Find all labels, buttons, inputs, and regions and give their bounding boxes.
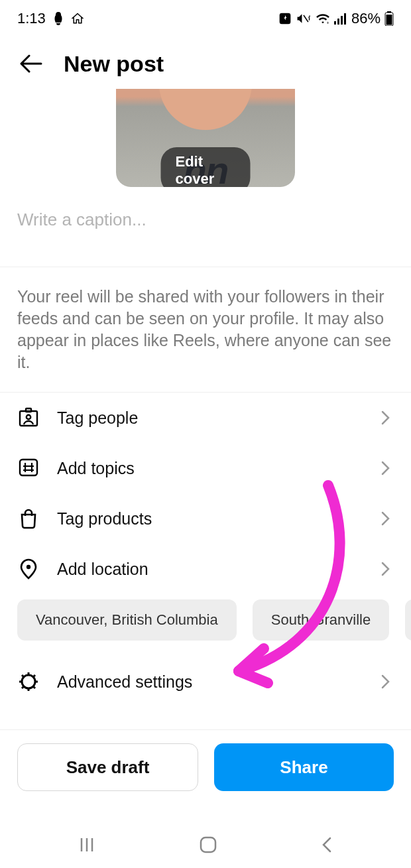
option-label: Tag products	[57, 509, 361, 528]
save-draft-button[interactable]: Save draft	[17, 743, 198, 791]
chevron-right-icon	[378, 460, 394, 476]
option-label: Add location	[57, 560, 361, 579]
svg-rect-26	[201, 837, 215, 852]
svg-rect-9	[386, 15, 392, 25]
wifi-icon: +	[316, 13, 330, 25]
status-time: 1:13	[17, 10, 46, 27]
svg-rect-6	[344, 13, 346, 25]
nav-back[interactable]	[320, 836, 333, 857]
share-button[interactable]: Share	[214, 743, 394, 791]
cover-preview[interactable]: hn Edit cover	[0, 89, 411, 187]
gear-icon	[17, 670, 40, 693]
option-label: Advanced settings	[57, 672, 361, 692]
svg-point-11	[27, 415, 30, 419]
svg-rect-12	[20, 460, 37, 475]
location-suggestions: Vancouver, British Columbia South Granvi…	[0, 594, 411, 650]
advanced-settings-option[interactable]: Advanced settings	[0, 656, 411, 707]
nav-home[interactable]	[198, 835, 218, 857]
svg-rect-5	[341, 16, 343, 25]
recycle-icon	[278, 12, 292, 25]
footer-actions: Save draft Share	[0, 730, 411, 804]
mute-vibrate-icon	[296, 12, 312, 25]
status-app-icon	[52, 12, 64, 25]
battery-icon	[384, 11, 394, 26]
status-bar: 1:13 + 86%	[0, 0, 411, 37]
svg-rect-3	[334, 21, 336, 25]
svg-line-21	[22, 686, 24, 688]
hashtag-icon	[17, 457, 40, 479]
option-label: Add topics	[57, 459, 361, 478]
location-chip[interactable]: Vancouver, British Columbia	[17, 599, 237, 641]
location-chip[interactable]	[405, 599, 411, 641]
svg-text:+: +	[326, 20, 329, 25]
chevron-right-icon	[378, 561, 394, 577]
page-title: New post	[64, 51, 164, 77]
header: New post	[0, 37, 411, 89]
shopping-bag-icon	[17, 507, 40, 530]
edit-cover-button[interactable]: Edit cover	[161, 147, 251, 187]
home-icon	[71, 12, 84, 25]
nav-recents[interactable]	[78, 836, 96, 857]
status-battery-pct: 86%	[351, 10, 381, 27]
caption-input[interactable]: Write a caption...	[0, 187, 411, 267]
option-label: Tag people	[57, 408, 361, 428]
chevron-right-icon	[378, 674, 394, 690]
location-chip[interactable]: South Granville	[253, 599, 389, 641]
svg-line-22	[33, 675, 35, 677]
caption-placeholder: Write a caption...	[17, 210, 394, 230]
tag-products-option[interactable]: Tag products	[0, 493, 411, 544]
tag-people-option[interactable]: Tag people	[0, 393, 411, 443]
reel-info-text: Your reel will be shared with your follo…	[0, 267, 411, 392]
chevron-right-icon	[378, 511, 394, 527]
svg-line-1	[304, 15, 308, 22]
location-pin-icon	[17, 558, 40, 580]
svg-point-13	[27, 565, 30, 569]
svg-line-19	[22, 675, 24, 677]
chevron-right-icon	[378, 410, 394, 426]
add-topics-option[interactable]: Add topics	[0, 443, 411, 493]
add-location-option[interactable]: Add location	[0, 544, 411, 594]
back-button[interactable]	[17, 50, 44, 77]
svg-rect-4	[337, 19, 339, 25]
svg-rect-10	[26, 408, 31, 412]
person-tag-icon	[17, 406, 40, 429]
signal-icon	[334, 13, 347, 25]
svg-line-20	[33, 686, 35, 688]
android-navbar	[0, 824, 411, 868]
